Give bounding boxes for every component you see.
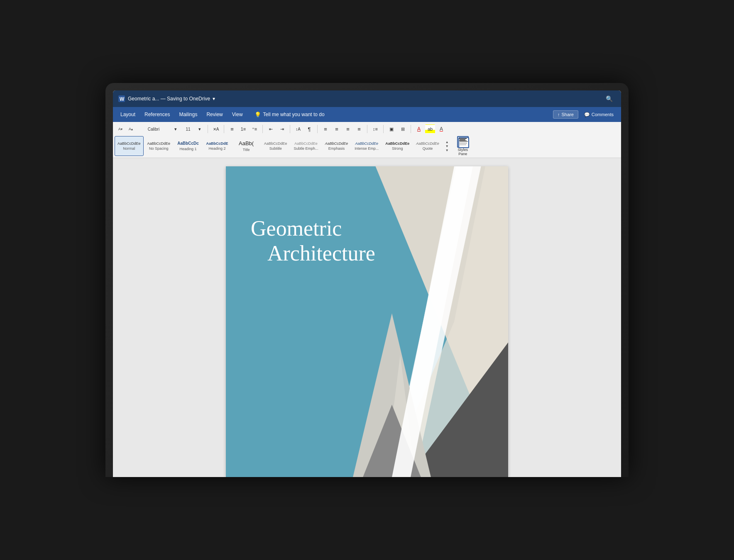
align-right-tool[interactable]: ≡ [343,124,353,134]
document-area: Geometric Architecture [113,158,621,477]
title-line1: Geometric [251,216,375,241]
style-h2-preview: AaBbCcDdE [206,141,228,146]
align-center-tool[interactable]: ≡ [332,124,342,134]
justify-tool[interactable]: ≡ [354,124,364,134]
sep1 [208,125,208,133]
style-nospace-label: No Spacing [149,146,169,151]
style-strong-label: Strong [392,146,403,151]
title-line2: Architecture [267,241,375,266]
geometric-svg [226,166,508,477]
style-quote-preview: AaBbCcDdEe [416,141,439,146]
clear-format-tool[interactable]: ✕A [211,124,221,134]
font-size-num-group: 11 ▾ [182,124,205,134]
menu-bar: Layout References Mailings Review View 💡… [113,107,621,122]
share-button[interactable]: ↑ Share [553,110,578,119]
tell-me-text[interactable]: Tell me what you want to do [263,112,325,117]
shading-tool[interactable]: ▣ [387,124,396,134]
sep6 [367,125,367,133]
sep5 [317,125,318,133]
share-icon: ↑ [558,112,560,117]
menu-layout[interactable]: Layout [116,110,139,119]
align-left-tool[interactable]: ≡ [321,124,330,134]
style-quote[interactable]: AaBbCcDdEe Quote [413,136,442,156]
sep3 [262,125,263,133]
font-size-num-arrow[interactable]: ▾ [195,124,205,134]
menu-references[interactable]: References [140,110,174,119]
menu-view[interactable]: View [228,110,247,119]
multilevel-list-tool[interactable]: ⁼≡ [250,124,259,134]
sort-tool[interactable]: ↕A [293,124,303,134]
style-normal[interactable]: AaBbCcDdEe Normal [115,136,144,156]
style-intense-emphasis[interactable]: AaBbCcDdEe Intense Emp... [352,136,382,156]
style-normal-preview: AaBbCcDdEe [117,141,141,146]
svg-rect-7 [460,144,466,145]
menu-review[interactable]: Review [202,110,227,119]
share-label: Share [561,112,573,117]
lightbulb-icon: 💡 [254,112,261,118]
styles-more-button[interactable]: ▲ ▼ ▼ [443,136,451,156]
svg-rect-5 [460,141,468,142]
style-h1-label: Heading 1 [180,147,197,151]
ribbon: A▾ A▴ Calibri ▾ 11 ▾ ✕A ≡ 1≡ ⁼≡ ⇤ [113,122,621,158]
title-bar-dropdown[interactable]: ▾ [213,96,215,102]
style-quote-label: Quote [423,146,433,151]
style-normal-label: Normal [123,146,135,151]
style-no-spacing[interactable]: AaBbCcDdEe No Spacing [144,136,174,156]
style-subtitle-preview: AaBbCcDdEe [264,141,287,146]
font-size-down-tool[interactable]: A▾ [115,124,125,134]
highlight-tool[interactable]: ab [425,124,435,134]
style-intense-preview: AaBbCcDdEe [355,141,378,146]
screen: W Geometric a... — Saving to OneDrive ▾ … [113,90,621,477]
style-title-preview: AaBb( [239,140,254,147]
svg-rect-4 [460,139,465,140]
style-emphasis[interactable]: AaBbCcDdEe Emphasis [322,136,351,156]
sep4 [290,125,290,133]
menu-mailings[interactable]: Mailings [175,110,201,119]
increase-indent-tool[interactable]: ⇥ [277,124,287,134]
svg-rect-6 [460,143,467,144]
ribbon-styles-row: AaBbCcDdEe Normal AaBbCcDdEe No Spacing … [113,135,621,158]
style-heading2[interactable]: AaBbCcDdE Heading 2 [203,136,231,156]
ribbon-row1: A▾ A▴ Calibri ▾ 11 ▾ ✕A ≡ 1≡ ⁼≡ ⇤ [113,122,621,135]
borders-tool[interactable]: ⊞ [398,124,408,134]
laptop-frame: W Geometric a... — Saving to OneDrive ▾ … [105,83,629,477]
sep8 [411,125,411,133]
line-spacing-tool[interactable]: ↕≡ [370,124,380,134]
font-color-a-tool[interactable]: A [414,124,424,134]
style-subtle-emphasis[interactable]: AaBbCcDdEe Subtle Emph... [291,136,321,156]
style-emphasis-label: Emphasis [328,146,345,151]
word-icon: W [118,95,125,102]
font-size-num-tool[interactable]: 11 [182,124,194,134]
comments-icon: 💬 [584,112,590,117]
show-para-tool[interactable]: ¶ [304,124,314,134]
document-cover-title: Geometric Architecture [251,216,375,266]
style-nospace-preview: AaBbCcDdEe [147,141,171,146]
svg-text:W: W [120,96,125,102]
style-h1-preview: AaBbCcDc [177,141,199,146]
style-strong[interactable]: AaBbCcDdEe Strong [382,136,412,156]
style-subtitle-label: Subtitle [269,146,282,151]
comments-label: Comments [592,112,614,117]
search-icon[interactable]: 🔍 [602,94,616,104]
font-name-tool[interactable]: Calibri [137,124,170,134]
bullets-tool[interactable]: ≡ [227,124,237,134]
styles-pane-button[interactable]: StylesPane [452,136,474,156]
font-name-arrow[interactable]: ▾ [171,124,181,134]
document-cover: Geometric Architecture [226,166,508,477]
style-title[interactable]: AaBb( Title [232,136,260,156]
sep2 [224,125,224,133]
font-size-group: A▾ A▴ [115,124,136,134]
title-bar-title: Geometric a... — Saving to OneDrive [128,96,210,102]
decrease-indent-tool[interactable]: ⇤ [266,124,276,134]
style-intense-label: Intense Emp... [355,146,379,151]
tell-me-field[interactable]: 💡 Tell me what you want to do [250,110,329,119]
comments-button[interactable]: 💬 Comments [580,111,618,119]
title-bar-left: W Geometric a... — Saving to OneDrive ▾ [118,95,215,102]
style-subtitle[interactable]: AaBbCcDdEe Subtitle [261,136,290,156]
style-heading1[interactable]: AaBbCcDc Heading 1 [174,136,202,156]
font-color-tool[interactable]: A [436,124,446,134]
style-subtle-preview: AaBbCcDdEe [294,141,318,146]
font-size-up-tool[interactable]: A▴ [126,124,136,134]
styles-pane-label: StylesPane [458,148,468,156]
numbered-list-tool[interactable]: 1≡ [238,124,248,134]
